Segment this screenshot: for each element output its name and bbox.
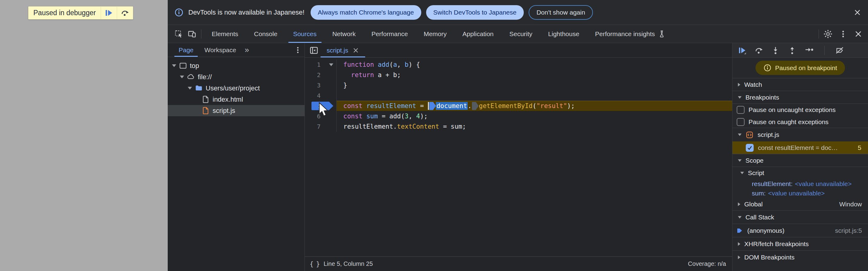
- device-toolbar-button[interactable]: [185, 25, 199, 43]
- gutter-line-2[interactable]: 2: [305, 70, 337, 80]
- step-out-icon: [788, 46, 797, 55]
- section-dom-breakpoints[interactable]: DOM Breakpoints: [733, 251, 868, 264]
- text-caret[interactable]: [428, 102, 429, 110]
- tab-memory[interactable]: Memory: [416, 25, 455, 43]
- inline-breakpoint-active-icon[interactable]: [429, 102, 436, 110]
- step-over-icon: [121, 9, 129, 17]
- chevron-right-icon[interactable]: [738, 83, 740, 87]
- tree-item-index-html[interactable]: index.html: [168, 94, 305, 105]
- pause-caught-exceptions-row[interactable]: Pause on caught exceptions: [733, 116, 868, 128]
- gutter-line-1[interactable]: 1: [305, 59, 337, 70]
- tree-item-script-js[interactable]: script.js: [168, 105, 305, 116]
- pause-uncaught-exceptions-row[interactable]: Pause on uncaught exceptions: [733, 104, 868, 116]
- pretty-print-icon[interactable]: { }: [310, 260, 319, 268]
- inspect-element-button[interactable]: [172, 25, 185, 43]
- tab-network[interactable]: Network: [324, 25, 364, 43]
- chevron-down-icon[interactable]: [738, 216, 742, 218]
- section-xhr-breakpoints[interactable]: XHR/fetch Breakpoints: [733, 237, 868, 251]
- step-over-button[interactable]: [754, 46, 763, 55]
- chevron-right-icon[interactable]: [738, 203, 740, 206]
- chevron-down-icon[interactable]: [172, 64, 176, 67]
- section-call-stack[interactable]: Call Stack: [733, 211, 868, 224]
- checkbox-unchecked[interactable]: [737, 106, 745, 114]
- file-tree: top file:// Users/user/p: [168, 57, 305, 116]
- code-editor[interactable]: 1function add(a, b) {2 return a + b;3}45…: [305, 58, 732, 257]
- always-match-language-button[interactable]: Always match Chrome's language: [311, 5, 421, 20]
- info-icon: [175, 8, 184, 17]
- scope-variable[interactable]: sum: <value unavailable>: [733, 188, 868, 198]
- switch-devtools-japanese-button[interactable]: Switch DevTools to Japanese: [426, 5, 524, 20]
- current-frame-arrow-icon: [737, 227, 743, 234]
- tab-security[interactable]: Security: [501, 25, 540, 43]
- breakpoint-entry[interactable]: const resultElement = doc… 5: [733, 142, 868, 154]
- section-watch[interactable]: Watch: [733, 78, 868, 91]
- dont-show-again-button[interactable]: Don't show again: [529, 5, 593, 20]
- infobar-close-button[interactable]: [854, 8, 861, 17]
- close-icon[interactable]: [352, 47, 359, 54]
- frame-icon: [179, 62, 187, 70]
- flask-icon: [658, 30, 666, 38]
- navigator-more-menu-button[interactable]: [291, 43, 305, 57]
- section-breakpoints[interactable]: Breakpoints: [733, 91, 868, 104]
- step-button[interactable]: [805, 46, 814, 55]
- checkbox-checked[interactable]: [746, 144, 754, 152]
- panel-tabbar: ElementsConsoleSourcesNetworkPerformance…: [168, 25, 868, 43]
- editor-tab-script-js[interactable]: script.js: [320, 43, 365, 57]
- deactivate-breakpoints-button[interactable]: [835, 46, 844, 55]
- chevron-down-icon[interactable]: [180, 76, 184, 78]
- fold-arrow-icon[interactable]: [329, 63, 333, 66]
- navigator-pane: Page Workspace »: [168, 43, 305, 271]
- line-number: 4: [305, 92, 320, 99]
- devtools-close-button[interactable]: [851, 30, 865, 38]
- scope-script-group[interactable]: Script: [733, 167, 868, 179]
- code-line-5: 5const resultElement = document.getEleme…: [305, 101, 732, 111]
- toggle-navigator-button[interactable]: [307, 43, 320, 57]
- scope-global-group[interactable]: Global Window: [733, 198, 868, 211]
- resume-script-button[interactable]: [101, 7, 117, 19]
- settings-button[interactable]: [821, 29, 835, 38]
- tab-page[interactable]: Page: [173, 43, 199, 57]
- step-over-button[interactable]: [117, 7, 133, 19]
- tab-lighthouse[interactable]: Lighthouse: [540, 25, 587, 43]
- deactivate-breakpoints-icon: [835, 46, 844, 55]
- line-number: 1: [305, 61, 320, 68]
- gutter-line-3[interactable]: 3: [305, 80, 337, 90]
- tab-elements[interactable]: Elements: [204, 25, 246, 43]
- tree-item-project-folder[interactable]: Users/user/project: [168, 83, 305, 94]
- step-out-button[interactable]: [788, 46, 797, 55]
- resume-button[interactable]: [738, 46, 746, 55]
- chevron-down-icon[interactable]: [740, 172, 744, 174]
- step-into-button[interactable]: [771, 46, 780, 55]
- code-line-7: 7resultElement.textContent = sum;: [305, 121, 732, 132]
- tree-item-top[interactable]: top: [168, 60, 305, 71]
- chevron-down-icon[interactable]: [188, 87, 192, 90]
- tab-console[interactable]: Console: [246, 25, 285, 43]
- chevron-down-icon[interactable]: [738, 96, 742, 99]
- more-options-button[interactable]: [836, 30, 850, 38]
- inline-breakpoint-candidate-icon[interactable]: [472, 102, 478, 110]
- call-stack-frame[interactable]: (anonymous) script.js:5: [733, 224, 868, 237]
- settings-gear-icon: [824, 29, 833, 38]
- section-scope[interactable]: Scope: [733, 154, 868, 167]
- code-lines: 1function add(a, b) {2 return a + b;3}45…: [305, 59, 732, 132]
- tree-item-file-protocol[interactable]: file://: [168, 71, 305, 83]
- chevron-right-icon[interactable]: [738, 255, 740, 259]
- tab-workspace[interactable]: Workspace: [199, 43, 242, 57]
- code-line-3: 3}: [305, 80, 732, 90]
- breakpoint-file-group[interactable]: script.js: [733, 128, 868, 142]
- tab-application[interactable]: Application: [455, 25, 502, 43]
- gutter-line-4[interactable]: 4: [305, 90, 337, 101]
- checkbox-unchecked[interactable]: [737, 118, 745, 126]
- chevron-down-icon[interactable]: [738, 133, 742, 136]
- more-menu-icon: [839, 30, 847, 38]
- coverage-status: Coverage: n/a: [688, 260, 726, 267]
- gutter-line-7[interactable]: 7: [305, 121, 337, 132]
- more-tabs-chevron[interactable]: »: [242, 43, 252, 57]
- tab-performance[interactable]: Performance: [364, 25, 416, 43]
- chevron-down-icon[interactable]: [738, 159, 742, 162]
- tab-performance-insights[interactable]: Performance insights: [587, 25, 674, 43]
- code-line-2: 2 return a + b;: [305, 70, 732, 80]
- scope-variable[interactable]: resultElement: <value unavailable>: [733, 179, 868, 188]
- tab-sources[interactable]: Sources: [285, 25, 324, 43]
- chevron-right-icon[interactable]: [738, 242, 740, 246]
